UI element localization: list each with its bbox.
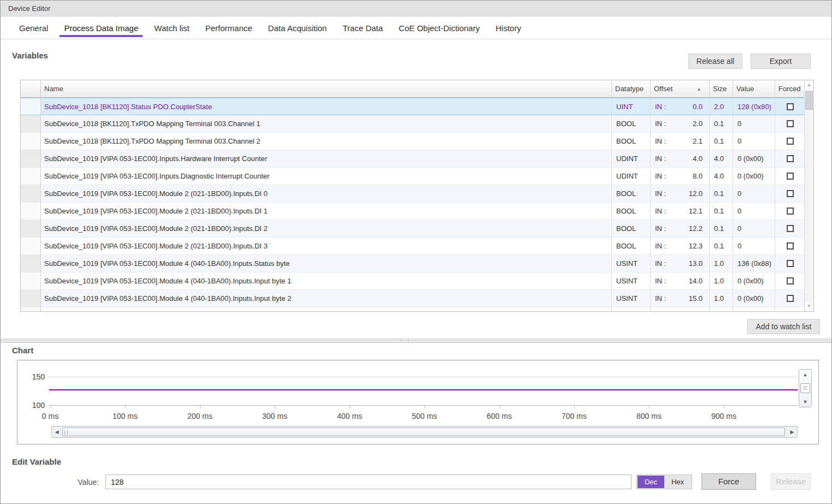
- table-row[interactable]: SubDevice_1018 [BK1120].TxPDO Mapping Te…: [21, 133, 805, 150]
- forced-checkbox[interactable]: [787, 225, 794, 232]
- offset-value: 4.0: [693, 155, 703, 163]
- offset-direction: IN :: [655, 224, 666, 233]
- chart-scroll-grip[interactable]: [800, 383, 810, 393]
- forced-checkbox[interactable]: [787, 190, 794, 197]
- tab-watch-list[interactable]: Watch list: [150, 17, 193, 39]
- tab-general[interactable]: General: [15, 17, 52, 39]
- force-button[interactable]: Force: [701, 473, 756, 490]
- x-tick-label: 300 ms: [253, 412, 297, 420]
- tab-history[interactable]: History: [491, 17, 526, 39]
- add-to-watch-list-button[interactable]: Add to watch list: [747, 319, 820, 334]
- offset-value: 14.0: [689, 277, 703, 285]
- variable-datatype: BOOL: [612, 238, 651, 255]
- variable-value: 0 (0x00): [733, 150, 775, 168]
- table-row[interactable]: SubDevice_1019 [VIPA 053-1EC00].Inputs.D…: [21, 168, 805, 185]
- row-selector[interactable]: [21, 272, 41, 290]
- column-header-offset[interactable]: Offset▲: [651, 80, 710, 97]
- column-header-datatype-label: Datatype: [615, 85, 644, 93]
- chart-horizontal-scrollbar[interactable]: ◀ ▶: [51, 426, 798, 438]
- chart-vertical-scroll-control[interactable]: ▲ ▼: [799, 369, 812, 407]
- variable-size: 1.0: [710, 290, 733, 307]
- row-selector[interactable]: [21, 168, 41, 185]
- row-selector[interactable]: [21, 98, 41, 115]
- variable-offset: IN :2.0: [651, 115, 710, 133]
- column-header-value[interactable]: Value: [733, 80, 775, 97]
- row-selector[interactable]: [21, 290, 41, 307]
- offset-value: 12.0: [689, 189, 703, 198]
- empty-cell: [651, 307, 710, 312]
- variable-offset: IN :2.1: [651, 133, 710, 150]
- empty-cell: [612, 307, 651, 312]
- x-tick-label: 900 ms: [702, 412, 746, 420]
- chart-scroll-up-icon[interactable]: ▲: [799, 372, 811, 377]
- window-title: Device Editor: [8, 4, 50, 13]
- column-header-name[interactable]: Name: [41, 80, 612, 97]
- variable-name: SubDevice_1019 [VIPA 053-1EC00].Module 2…: [41, 238, 612, 255]
- table-row[interactable]: SubDevice_1019 [VIPA 053-1EC00].Inputs.H…: [21, 150, 805, 168]
- tab-data-acquisition[interactable]: Data Acquisition: [264, 17, 332, 39]
- forced-checkbox[interactable]: [787, 138, 794, 145]
- forced-checkbox[interactable]: [787, 277, 794, 284]
- forced-checkbox[interactable]: [787, 103, 794, 110]
- variable-forced-cell: [775, 290, 805, 307]
- column-header-forced[interactable]: Forced: [775, 80, 805, 97]
- chart-scroll-left-icon[interactable]: ◀: [52, 426, 61, 437]
- forced-checkbox[interactable]: [787, 155, 794, 162]
- table-row-partial[interactable]: [21, 307, 805, 312]
- table-row[interactable]: SubDevice_1019 [VIPA 053-1EC00].Module 2…: [21, 203, 805, 220]
- table-row[interactable]: SubDevice_1019 [VIPA 053-1EC00].Module 2…: [21, 185, 805, 203]
- row-selector[interactable]: [21, 133, 41, 150]
- release-button[interactable]: Release: [771, 473, 811, 490]
- tab-coe-object-dictionary[interactable]: CoE Object-Dictionary: [394, 17, 484, 39]
- table-row[interactable]: SubDevice_1019 [VIPA 053-1EC00].Module 4…: [21, 290, 805, 307]
- offset-direction: IN :: [655, 103, 666, 111]
- forced-checkbox[interactable]: [787, 260, 794, 267]
- table-vertical-scrollbar[interactable]: ▲ ▼: [804, 80, 813, 311]
- column-header-selector: [21, 80, 41, 97]
- row-selector[interactable]: [21, 203, 41, 220]
- table-row[interactable]: SubDevice_1019 [VIPA 053-1EC00].Module 2…: [21, 220, 805, 238]
- table-row[interactable]: SubDevice_1019 [VIPA 053-1EC00].Module 4…: [21, 255, 805, 272]
- table-row[interactable]: SubDevice_1018 [BK1120].Status PDO.Coupl…: [21, 98, 805, 115]
- column-header-datatype[interactable]: Datatype: [612, 80, 651, 97]
- chart-scroll-right-icon[interactable]: ▶: [788, 426, 796, 437]
- empty-cell: [21, 307, 41, 312]
- value-input[interactable]: [105, 475, 632, 489]
- variable-name: SubDevice_1019 [VIPA 053-1EC00].Inputs.D…: [41, 168, 612, 185]
- row-selector[interactable]: [21, 115, 41, 133]
- chart-hscrollbar-thumb[interactable]: [62, 428, 785, 436]
- scroll-up-icon[interactable]: ▲: [805, 81, 813, 90]
- row-selector[interactable]: [21, 238, 41, 255]
- tab-process-data-image[interactable]: Process Data Image: [60, 17, 143, 39]
- titlebar: Device Editor: [1, 1, 831, 17]
- row-selector[interactable]: [21, 185, 41, 203]
- table-row[interactable]: SubDevice_1019 [VIPA 053-1EC00].Module 2…: [21, 238, 805, 255]
- gridline-150: [49, 377, 798, 377]
- forced-checkbox[interactable]: [787, 120, 794, 127]
- chart-scroll-down-icon[interactable]: ▼: [799, 399, 811, 405]
- scroll-down-icon[interactable]: ▼: [805, 302, 813, 311]
- column-header-offset-label: Offset: [654, 85, 672, 93]
- table-scrollbar-thumb[interactable]: [805, 91, 813, 110]
- forced-checkbox[interactable]: [787, 295, 794, 302]
- release-all-button[interactable]: Release all: [688, 54, 742, 69]
- tab-performance[interactable]: Performance: [201, 17, 257, 39]
- hex-button[interactable]: Hex: [664, 476, 691, 488]
- horizontal-splitter[interactable]: [1, 339, 831, 343]
- variable-forced-cell: [775, 203, 805, 220]
- forced-checkbox[interactable]: [787, 173, 794, 180]
- forced-checkbox[interactable]: [787, 242, 794, 250]
- variable-name: SubDevice_1018 [BK1120].TxPDO Mapping Te…: [41, 133, 612, 150]
- forced-checkbox[interactable]: [787, 207, 794, 215]
- export-button[interactable]: Export: [751, 54, 811, 69]
- dec-button[interactable]: Dec: [638, 476, 664, 488]
- row-selector[interactable]: [21, 255, 41, 272]
- row-selector[interactable]: [21, 150, 41, 168]
- tab-trace-data[interactable]: Trace Data: [338, 17, 387, 39]
- variables-heading: Variables: [12, 51, 48, 60]
- column-header-size[interactable]: Size: [710, 80, 733, 97]
- row-selector[interactable]: [21, 220, 41, 238]
- table-row[interactable]: SubDevice_1019 [VIPA 053-1EC00].Module 4…: [21, 272, 805, 290]
- variable-value: 0 (0x00): [733, 168, 775, 185]
- table-row[interactable]: SubDevice_1018 [BK1120].TxPDO Mapping Te…: [21, 115, 805, 133]
